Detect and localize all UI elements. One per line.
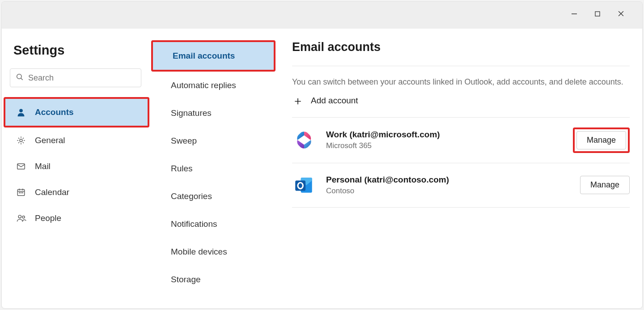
nav-item-people[interactable]: People (10, 205, 141, 231)
sub-item-categories[interactable]: Categories (149, 183, 279, 210)
svg-point-7 (20, 139, 22, 142)
account-title: Work (katri@microsoft.com) (326, 130, 563, 140)
account-info: Personal (katri@contoso.com) Contoso (326, 175, 570, 195)
sub-label: Notifications (171, 219, 217, 229)
search-icon (16, 73, 24, 83)
maximize-button[interactable] (586, 10, 609, 19)
nav-item-calendar[interactable]: Calendar (10, 179, 141, 205)
manage-button[interactable]: Manage (576, 131, 626, 149)
body: Settings Accounts General (2, 29, 642, 308)
plus-icon: ＋ (292, 95, 304, 106)
sub-item-storage[interactable]: Storage (149, 266, 279, 293)
add-account-label: Add account (311, 96, 358, 106)
settings-title: Settings (13, 43, 141, 58)
svg-rect-8 (17, 164, 25, 169)
add-account-button[interactable]: ＋ Add account (292, 95, 630, 106)
nav-label: People (35, 213, 61, 223)
sub-item-automatic-replies[interactable]: Automatic replies (149, 72, 279, 99)
sub-item-signatures[interactable]: Signatures (149, 99, 279, 127)
sub-label: Email accounts (173, 51, 235, 61)
svg-point-6 (19, 109, 23, 112)
svg-point-15 (22, 192, 23, 193)
account-subtitle: Contoso (326, 187, 570, 195)
svg-line-5 (21, 78, 23, 80)
nav-label: Mail (35, 161, 51, 171)
highlight-box: Manage (573, 127, 630, 153)
sub-label: Signatures (171, 108, 212, 118)
svg-point-13 (19, 192, 20, 193)
gear-icon (16, 136, 27, 145)
nav-item-mail[interactable]: Mail (10, 153, 141, 179)
search-box[interactable] (10, 68, 141, 87)
sub-item-rules[interactable]: Rules (149, 155, 279, 183)
nav-label: General (35, 136, 65, 145)
svg-point-17 (22, 216, 25, 218)
content-description: You can switch between your accounts lin… (292, 76, 630, 89)
nav-label: Accounts (35, 107, 74, 117)
settings-window: Settings Accounts General (2, 2, 642, 308)
nav-item-general[interactable]: General (10, 127, 141, 153)
account-subtitle: Microsoft 365 (326, 141, 563, 150)
microsoft-365-logo-icon (292, 128, 316, 152)
divider (292, 66, 630, 66)
sub-item-email-accounts[interactable]: Email accounts (151, 40, 275, 72)
close-button[interactable] (609, 10, 632, 19)
sub-item-notifications[interactable]: Notifications (149, 210, 279, 238)
titlebar (2, 2, 642, 29)
svg-rect-1 (595, 12, 600, 16)
mail-icon (16, 161, 27, 171)
people-icon (16, 213, 27, 223)
sub-label: Sweep (171, 136, 197, 146)
outlook-logo-icon (292, 173, 316, 197)
sub-item-sweep[interactable]: Sweep (149, 127, 279, 155)
content-pane: Email accounts You can switch between yo… (279, 29, 642, 308)
svg-point-4 (17, 74, 22, 79)
sub-nav: Email accounts Automatic replies Signatu… (149, 29, 279, 308)
svg-point-16 (18, 215, 21, 218)
sub-label: Mobile devices (171, 247, 227, 257)
person-icon (16, 107, 27, 117)
nav-label: Calendar (35, 187, 69, 197)
calendar-icon (16, 187, 27, 197)
sub-label: Rules (171, 164, 193, 174)
account-row: Personal (katri@contoso.com) Contoso Man… (292, 163, 630, 208)
svg-point-14 (21, 192, 21, 193)
account-info: Work (katri@microsoft.com) Microsoft 365 (326, 130, 563, 150)
content-heading: Email accounts (292, 40, 630, 54)
sub-item-mobile-devices[interactable]: Mobile devices (149, 238, 279, 266)
account-row: Work (katri@microsoft.com) Microsoft 365… (292, 117, 630, 163)
settings-sidebar: Settings Accounts General (2, 29, 149, 308)
minimize-button[interactable] (563, 10, 586, 19)
sub-label: Automatic replies (171, 81, 236, 90)
manage-button[interactable]: Manage (580, 176, 630, 194)
account-title: Personal (katri@contoso.com) (326, 175, 570, 185)
search-input[interactable] (28, 73, 136, 83)
sub-label: Storage (171, 275, 201, 285)
sub-label: Categories (171, 191, 212, 201)
nav-item-accounts[interactable]: Accounts (4, 97, 149, 127)
